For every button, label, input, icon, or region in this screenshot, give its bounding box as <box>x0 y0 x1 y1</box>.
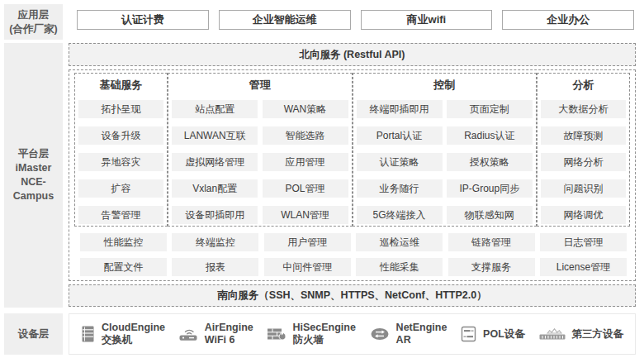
layer-label-application: 应用层 (合作厂家) <box>4 4 63 40</box>
subcolumn: 大数据分析故障预测网络分析问题识别网络调优 <box>541 100 626 224</box>
column-title: 管理 <box>172 79 348 92</box>
column-subcols: 拓扑呈现设备升级异地容灾扩容告警管理 <box>78 100 163 224</box>
platform-columns: 基础服务拓扑呈现设备升级异地容灾扩容告警管理管理站点配置LANWAN互联虚拟网络… <box>72 73 632 227</box>
platform-column-management: 管理站点配置LANWAN互联虚拟网络管理Vxlan配置设备即插即用WAN策略智能… <box>168 73 352 227</box>
feature-item: 支撑服务 <box>448 258 535 276</box>
feature-item: 业务随行 <box>357 179 443 198</box>
device-entry: AirEngineWiFi 6 <box>178 322 253 346</box>
feature-item: 报表 <box>172 258 258 276</box>
feature-item: 性能监控 <box>80 233 167 251</box>
feature-item: License管理 <box>540 258 627 276</box>
feature-item: WAN策略 <box>263 100 348 118</box>
layer-label-platform: 平台层 iMaster NCE- Campus <box>4 43 63 308</box>
platform-column-analysis: 分析大数据分析故障预测网络分析问题识别网络调优 <box>537 73 630 227</box>
northbound-service-bar: 北向服务 (Restful API) <box>69 43 636 66</box>
subcolumn: 站点配置LANWAN互联虚拟网络管理Vxlan配置设备即插即用 <box>172 100 258 224</box>
device-entry: POL设备 <box>459 324 525 344</box>
device-entry: CloudEngine交换机 <box>79 322 165 346</box>
column-title: 基础服务 <box>78 79 163 92</box>
platform-column-basic: 基础服务拓扑呈现设备升级异地容灾扩容告警管理 <box>74 73 168 227</box>
feature-item: 大数据分析 <box>541 100 626 118</box>
router-icon <box>368 324 391 344</box>
feature-item: 站点配置 <box>172 100 258 118</box>
device-label: AirEngineWiFi 6 <box>205 322 253 346</box>
southbound-service-bar: 南向服务（SSH、SNMP、HTTPS、NetConf、HTTP2.0） <box>69 284 636 307</box>
app-box: 认证计费 <box>77 10 209 30</box>
device-entry: NetEngineAR <box>368 322 447 346</box>
feature-item: 终端即插即用 <box>357 100 443 118</box>
device-row: CloudEngine交换机AirEngineWiFi 6HiSecEngine… <box>69 313 636 355</box>
feature-item: 5G终端接入 <box>357 206 443 224</box>
feature-item: 日志管理 <box>540 233 627 251</box>
wifi6-icon <box>178 324 200 344</box>
feature-item: 扩容 <box>78 179 163 198</box>
device-label: NetEngineAR <box>396 322 447 346</box>
feature-item: 物联感知网 <box>447 206 533 224</box>
feature-item: 认证策略 <box>357 153 443 171</box>
firewall-icon <box>266 324 288 344</box>
feature-item: 授权策略 <box>447 153 533 171</box>
column-title: 控制 <box>357 79 533 92</box>
feature-item: WLAN管理 <box>263 206 348 224</box>
feature-item: IP-Group同步 <box>447 179 533 198</box>
feature-item: 终端监控 <box>172 233 258 251</box>
feature-item: 性能采集 <box>356 258 443 276</box>
feature-item: Radius认证 <box>447 126 533 145</box>
app-box: 商业wifi <box>361 10 493 30</box>
device-label: HiSecEngine防火墙 <box>293 322 356 346</box>
feature-item: 异地容灾 <box>78 153 163 171</box>
platform-common-rows: 性能监控终端监控用户管理巡检运维链路管理日志管理配置文件报表中间件管理性能采集支… <box>72 233 632 276</box>
device-label: CloudEngine交换机 <box>102 322 165 346</box>
feature-item: 告警管理 <box>78 206 163 224</box>
subcolumn: 终端即插即用Portal认证认证策略业务随行5G终端接入 <box>357 100 443 224</box>
architecture-diagram: 应用层 (合作厂家) 平台层 iMaster NCE- Campus 设备层 认… <box>0 0 644 358</box>
feature-item: Portal认证 <box>357 126 443 145</box>
third-party-icon <box>537 324 567 344</box>
app-box: 企业智能运维 <box>219 10 351 30</box>
feature-item: 页面定制 <box>447 100 533 118</box>
column-title: 分析 <box>541 79 626 92</box>
subcolumn: WAN策略智能选路应用管理POL管理WLAN管理 <box>263 100 348 224</box>
feature-item: 用户管理 <box>264 233 351 251</box>
feature-item: 智能选路 <box>263 126 348 145</box>
feature-item: 网络分析 <box>541 153 626 171</box>
common-service-row: 配置文件报表中间件管理性能采集支撑服务License管理 <box>75 258 629 276</box>
switch-icon <box>79 324 97 344</box>
common-service-row: 性能监控终端监控用户管理巡检运维链路管理日志管理 <box>75 233 629 251</box>
feature-item: 链路管理 <box>448 233 535 251</box>
feature-item: 拓扑呈现 <box>78 100 163 118</box>
feature-item: 配置文件 <box>80 258 167 276</box>
device-label: POL设备 <box>483 328 525 341</box>
column-subcols: 终端即插即用Portal认证认证策略业务随行5G终端接入页面定制Radius认证… <box>357 100 533 224</box>
subcolumn: 页面定制Radius认证授权策略IP-Group同步物联感知网 <box>447 100 533 224</box>
feature-item: Vxlan配置 <box>172 179 258 198</box>
subcolumn: 拓扑呈现设备升级异地容灾扩容告警管理 <box>78 100 163 224</box>
platform-column-control: 控制终端即插即用Portal认证认证策略业务随行5G终端接入页面定制Radius… <box>353 73 537 227</box>
feature-item: 应用管理 <box>263 153 348 171</box>
platform-box: 基础服务拓扑呈现设备升级异地容灾扩容告警管理管理站点配置LANWAN互联虚拟网络… <box>69 69 636 281</box>
feature-item: 设备即插即用 <box>172 206 258 224</box>
column-subcols: 大数据分析故障预测网络分析问题识别网络调优 <box>541 100 626 224</box>
feature-item: 故障预测 <box>541 126 626 145</box>
feature-item: 网络调优 <box>541 206 626 224</box>
feature-item: 虚拟网络管理 <box>172 153 258 171</box>
feature-item: LANWAN互联 <box>172 126 258 145</box>
feature-item: 问题识别 <box>541 179 626 198</box>
app-box: 企业办公 <box>502 10 634 30</box>
feature-item: 设备升级 <box>78 126 163 145</box>
feature-item: 中间件管理 <box>264 258 351 276</box>
device-entry: 第三方设备 <box>537 324 624 344</box>
feature-item: 巡检运维 <box>356 233 443 251</box>
app-row: 认证计费企业智能运维商业wifi企业办公 <box>69 10 637 30</box>
device-label: 第三方设备 <box>572 328 624 341</box>
device-entry: HiSecEngine防火墙 <box>266 322 356 346</box>
feature-item: POL管理 <box>263 179 348 198</box>
layer-label-device: 设备层 <box>4 313 63 355</box>
pol-icon <box>459 324 478 344</box>
column-subcols: 站点配置LANWAN互联虚拟网络管理Vxlan配置设备即插即用WAN策略智能选路… <box>172 100 348 224</box>
